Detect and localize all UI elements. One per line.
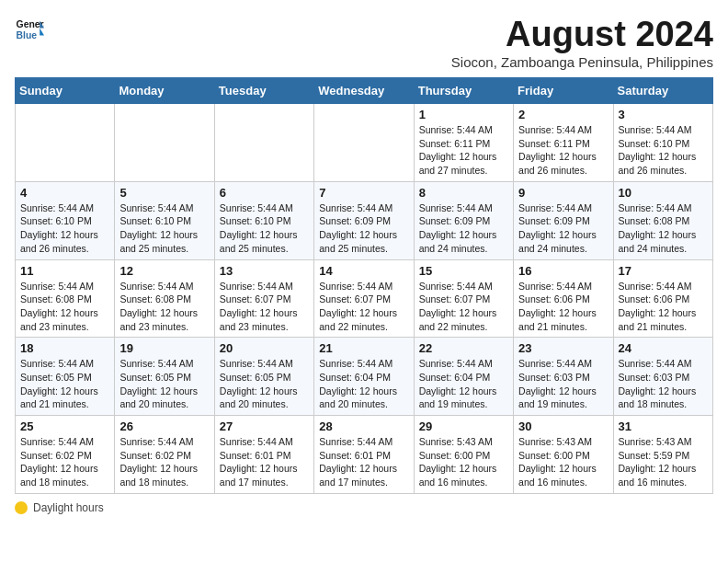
calendar-cell: 20Sunrise: 5:44 AM Sunset: 6:05 PM Dayli… [214,338,313,416]
calendar-cell: 12Sunrise: 5:44 AM Sunset: 6:08 PM Dayli… [115,259,214,338]
calendar-cell: 9Sunrise: 5:44 AM Sunset: 6:09 PM Daylig… [514,181,613,259]
calendar-day-header: Thursday [414,78,513,104]
calendar-day-header: Monday [115,78,214,104]
day-detail: Sunrise: 5:44 AM Sunset: 6:10 PM Dayligh… [20,201,109,256]
calendar-week-row: 11Sunrise: 5:44 AM Sunset: 6:08 PM Dayli… [16,259,713,338]
calendar-cell: 31Sunrise: 5:43 AM Sunset: 5:59 PM Dayli… [613,416,712,494]
calendar-cell [115,104,214,182]
day-number: 18 [20,341,109,355]
calendar-cell: 26Sunrise: 5:44 AM Sunset: 6:02 PM Dayli… [115,416,214,494]
day-detail: Sunrise: 5:44 AM Sunset: 6:01 PM Dayligh… [319,435,408,489]
calendar-cell: 1Sunrise: 5:44 AM Sunset: 6:11 PM Daylig… [414,104,513,182]
calendar-day-header: Wednesday [314,78,414,104]
day-number: 1 [419,108,508,121]
calendar-cell: 14Sunrise: 5:44 AM Sunset: 6:07 PM Dayli… [314,259,414,338]
day-number: 10 [619,186,708,200]
day-number: 19 [119,341,209,355]
svg-text:Blue: Blue [17,30,38,40]
day-number: 17 [619,264,708,278]
day-detail: Sunrise: 5:44 AM Sunset: 6:07 PM Dayligh… [419,280,508,334]
day-detail: Sunrise: 5:44 AM Sunset: 6:07 PM Dayligh… [319,280,408,334]
day-detail: Sunrise: 5:44 AM Sunset: 6:10 PM Dayligh… [220,201,309,256]
day-number: 21 [319,341,408,355]
footer-label: Daylight hours [33,501,104,514]
day-detail: Sunrise: 5:44 AM Sunset: 6:05 PM Dayligh… [220,357,309,411]
logo: General Blue [15,15,44,44]
calendar-day-header: Tuesday [214,78,313,104]
calendar-week-row: 25Sunrise: 5:44 AM Sunset: 6:02 PM Dayli… [16,416,713,494]
calendar-day-header: Sunday [16,78,115,104]
calendar-cell: 17Sunrise: 5:44 AM Sunset: 6:06 PM Dayli… [613,259,712,338]
day-number: 15 [419,264,508,278]
calendar-table: SundayMondayTuesdayWednesdayThursdayFrid… [15,77,713,494]
calendar-cell [314,104,414,182]
calendar-cell: 6Sunrise: 5:44 AM Sunset: 6:10 PM Daylig… [214,181,313,259]
day-number: 30 [518,419,608,433]
day-detail: Sunrise: 5:44 AM Sunset: 6:09 PM Dayligh… [319,201,408,256]
day-detail: Sunrise: 5:44 AM Sunset: 6:04 PM Dayligh… [319,357,408,411]
calendar-header-row: SundayMondayTuesdayWednesdayThursdayFrid… [16,78,713,104]
day-number: 7 [319,186,408,200]
calendar-cell: 10Sunrise: 5:44 AM Sunset: 6:08 PM Dayli… [613,181,712,259]
day-detail: Sunrise: 5:43 AM Sunset: 6:00 PM Dayligh… [518,435,608,489]
calendar-cell: 15Sunrise: 5:44 AM Sunset: 6:07 PM Dayli… [414,259,513,338]
calendar-week-row: 4Sunrise: 5:44 AM Sunset: 6:10 PM Daylig… [16,181,713,259]
day-number: 29 [419,419,508,433]
calendar-cell: 3Sunrise: 5:44 AM Sunset: 6:10 PM Daylig… [613,104,712,182]
calendar-cell: 19Sunrise: 5:44 AM Sunset: 6:05 PM Dayli… [115,338,214,416]
day-number: 22 [419,341,508,355]
day-detail: Sunrise: 5:44 AM Sunset: 6:09 PM Dayligh… [419,201,508,256]
day-detail: Sunrise: 5:44 AM Sunset: 6:08 PM Dayligh… [619,201,708,256]
day-detail: Sunrise: 5:43 AM Sunset: 6:00 PM Dayligh… [419,435,508,489]
day-number: 9 [518,186,608,200]
day-number: 23 [518,341,608,355]
day-number: 24 [619,341,708,355]
calendar-cell: 25Sunrise: 5:44 AM Sunset: 6:02 PM Dayli… [16,416,115,494]
day-detail: Sunrise: 5:44 AM Sunset: 6:11 PM Dayligh… [419,123,508,178]
day-number: 13 [220,264,309,278]
calendar-day-header: Saturday [613,78,712,104]
calendar-cell: 23Sunrise: 5:44 AM Sunset: 6:03 PM Dayli… [514,338,613,416]
day-number: 27 [220,419,309,433]
calendar-cell: 13Sunrise: 5:44 AM Sunset: 6:07 PM Dayli… [214,259,313,338]
title-block: August 2024 Siocon, Zamboanga Peninsula,… [451,15,713,70]
day-detail: Sunrise: 5:44 AM Sunset: 6:06 PM Dayligh… [518,280,608,334]
day-detail: Sunrise: 5:44 AM Sunset: 6:05 PM Dayligh… [119,357,209,411]
location-subtitle: Siocon, Zamboanga Peninsula, Philippines [451,54,713,70]
day-detail: Sunrise: 5:44 AM Sunset: 6:10 PM Dayligh… [119,201,209,256]
sun-icon [15,501,28,514]
calendar-cell [214,104,313,182]
calendar-cell: 30Sunrise: 5:43 AM Sunset: 6:00 PM Dayli… [514,416,613,494]
day-detail: Sunrise: 5:44 AM Sunset: 6:04 PM Dayligh… [419,357,508,411]
day-detail: Sunrise: 5:44 AM Sunset: 6:09 PM Dayligh… [518,201,608,256]
day-number: 6 [220,186,309,200]
day-number: 5 [119,186,209,200]
day-detail: Sunrise: 5:44 AM Sunset: 6:06 PM Dayligh… [619,280,708,334]
calendar-cell: 2Sunrise: 5:44 AM Sunset: 6:11 PM Daylig… [514,104,613,182]
day-number: 12 [119,264,209,278]
calendar-week-row: 1Sunrise: 5:44 AM Sunset: 6:11 PM Daylig… [16,104,713,182]
calendar-cell: 18Sunrise: 5:44 AM Sunset: 6:05 PM Dayli… [16,338,115,416]
calendar-cell: 7Sunrise: 5:44 AM Sunset: 6:09 PM Daylig… [314,181,414,259]
calendar-cell: 8Sunrise: 5:44 AM Sunset: 6:09 PM Daylig… [414,181,513,259]
day-number: 20 [220,341,309,355]
day-detail: Sunrise: 5:44 AM Sunset: 6:11 PM Dayligh… [518,123,608,178]
day-detail: Sunrise: 5:44 AM Sunset: 6:05 PM Dayligh… [20,357,109,411]
calendar-cell: 22Sunrise: 5:44 AM Sunset: 6:04 PM Dayli… [414,338,513,416]
day-number: 2 [518,108,608,121]
day-number: 8 [419,186,508,200]
day-detail: Sunrise: 5:44 AM Sunset: 6:08 PM Dayligh… [20,280,109,334]
calendar-cell: 16Sunrise: 5:44 AM Sunset: 6:06 PM Dayli… [514,259,613,338]
calendar-day-header: Friday [514,78,613,104]
footer-note: Daylight hours [15,501,713,514]
day-detail: Sunrise: 5:44 AM Sunset: 6:02 PM Dayligh… [20,435,109,489]
day-number: 3 [619,108,708,121]
calendar-cell: 29Sunrise: 5:43 AM Sunset: 6:00 PM Dayli… [414,416,513,494]
calendar-cell: 4Sunrise: 5:44 AM Sunset: 6:10 PM Daylig… [16,181,115,259]
day-number: 25 [20,419,109,433]
day-number: 26 [119,419,209,433]
day-detail: Sunrise: 5:44 AM Sunset: 6:08 PM Dayligh… [119,280,209,334]
calendar-cell: 5Sunrise: 5:44 AM Sunset: 6:10 PM Daylig… [115,181,214,259]
calendar-cell [16,104,115,182]
calendar-cell: 11Sunrise: 5:44 AM Sunset: 6:08 PM Dayli… [16,259,115,338]
